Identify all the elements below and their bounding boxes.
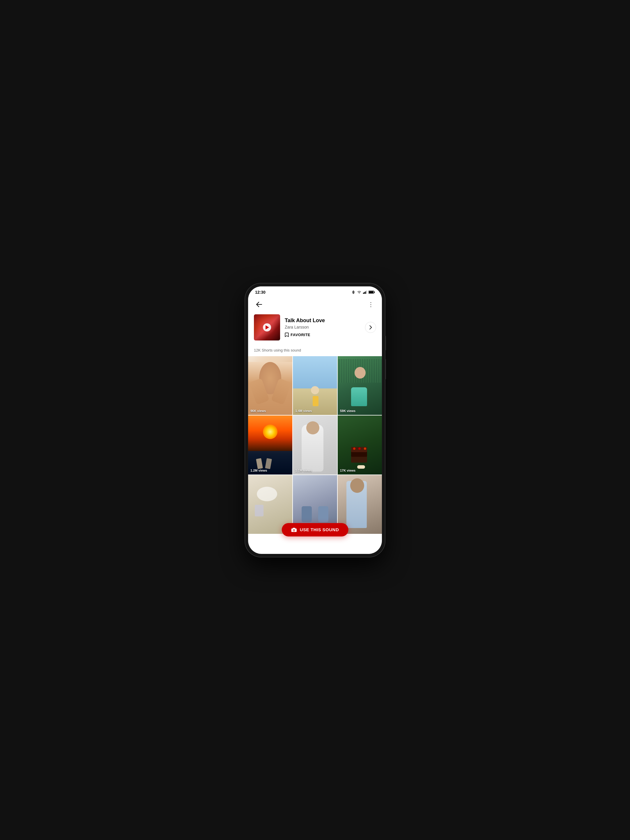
video-cell-6[interactable]: 17K views xyxy=(338,415,382,475)
video-cell-2[interactable]: 1.4M views xyxy=(293,356,337,415)
svg-rect-8 xyxy=(374,291,375,293)
favorite-label: FAVORITE xyxy=(291,333,310,337)
svg-point-11 xyxy=(293,529,294,531)
play-button-thumbnail[interactable] xyxy=(263,323,271,332)
video-cell-4[interactable]: 1.2M views xyxy=(248,415,292,475)
bookmark-icon xyxy=(285,332,289,337)
wifi-icon xyxy=(357,290,361,294)
use-sound-label: USE THIS SOUND xyxy=(300,527,339,532)
svg-rect-6 xyxy=(366,291,367,294)
video-grid: 96K views 1.4M views 59K views xyxy=(248,356,382,534)
svg-rect-4 xyxy=(364,292,365,294)
svg-rect-9 xyxy=(369,291,374,293)
vibrate-icon xyxy=(351,290,355,294)
phone-screen: 12:30 xyxy=(248,286,382,554)
battery-icon xyxy=(369,291,375,294)
favorite-button[interactable]: FAVORITE xyxy=(285,332,360,337)
stats-bar: 12K Shorts using this sound xyxy=(248,345,382,356)
power-button xyxy=(385,359,386,379)
svg-rect-3 xyxy=(363,292,364,294)
views-label-5: 1.1M views xyxy=(295,469,312,472)
play-triangle-icon xyxy=(266,325,269,329)
svg-rect-1 xyxy=(353,291,353,293)
artist-detail-button[interactable] xyxy=(365,322,376,333)
use-sound-container: USE THIS SOUND xyxy=(282,523,348,537)
status-bar: 12:30 xyxy=(248,286,382,297)
back-arrow-icon xyxy=(256,302,262,307)
sound-thumbnail[interactable] xyxy=(254,314,280,341)
views-label-6: 17K views xyxy=(340,469,355,472)
signal-icon xyxy=(363,290,367,294)
use-this-sound-button[interactable]: USE THIS SOUND xyxy=(282,523,348,537)
views-label-3: 59K views xyxy=(340,409,355,412)
top-nav: ⋮ xyxy=(248,297,382,313)
more-options-button[interactable]: ⋮ xyxy=(366,299,376,309)
video-cell-5[interactable]: 1.1M views xyxy=(293,415,337,475)
video-cell-1[interactable]: 96K views xyxy=(248,356,292,415)
camera-icon xyxy=(291,527,297,532)
status-time: 12:30 xyxy=(255,290,266,295)
video-cell-3[interactable]: 59K views xyxy=(338,356,382,415)
sound-artist: Zara Larsson xyxy=(285,325,360,329)
sound-info-section: Talk About Love Zara Larsson FAVORITE xyxy=(248,313,382,345)
status-icons xyxy=(351,290,375,294)
more-dots-icon: ⋮ xyxy=(368,302,374,307)
shorts-count-text: 12K Shorts using this sound xyxy=(254,348,301,352)
sound-details: Talk About Love Zara Larsson FAVORITE xyxy=(285,317,360,337)
views-label-4: 1.2M views xyxy=(250,469,267,472)
chevron-right-icon xyxy=(369,325,372,330)
back-button[interactable] xyxy=(254,299,264,309)
views-label-1: 96K views xyxy=(250,409,266,412)
sound-title: Talk About Love xyxy=(285,317,360,324)
svg-rect-0 xyxy=(353,291,354,294)
volume-button xyxy=(385,336,386,351)
views-label-2: 1.4M views xyxy=(295,409,312,412)
svg-rect-5 xyxy=(365,291,366,294)
phone-frame: 12:30 xyxy=(245,284,385,557)
